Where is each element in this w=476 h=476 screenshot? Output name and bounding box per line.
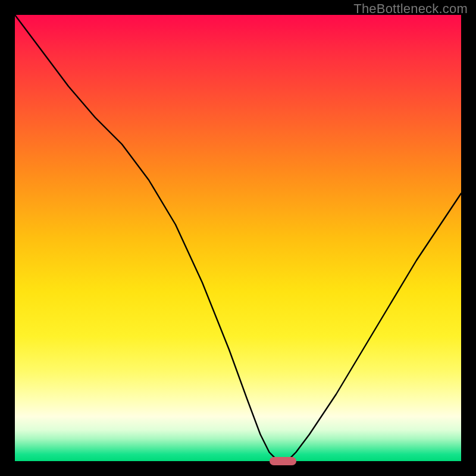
watermark-text: TheBottleneck.com <box>353 1 468 17</box>
optimum-marker <box>270 457 296 465</box>
curve-path <box>15 15 461 461</box>
bottleneck-curve <box>15 15 461 461</box>
chart-frame: TheBottleneck.com <box>0 0 476 476</box>
plot-area <box>15 15 461 461</box>
